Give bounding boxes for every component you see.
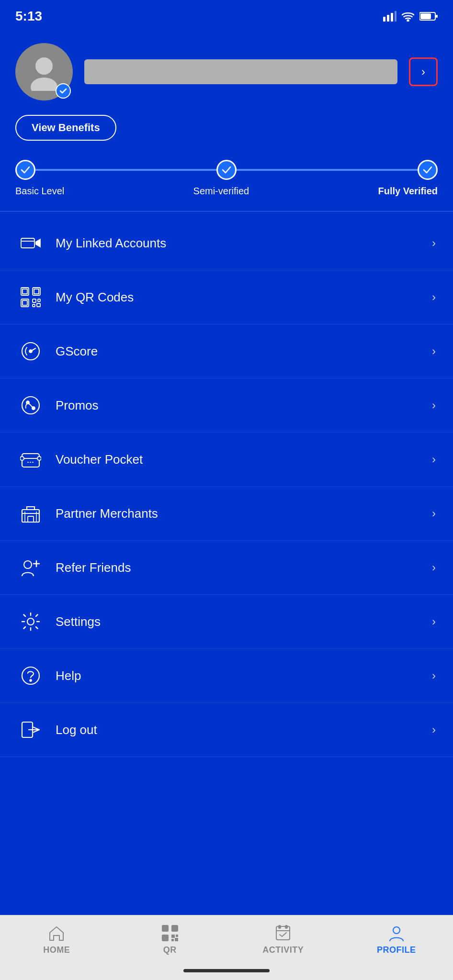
avatar-wrapper [15,43,73,100]
refer-svg [20,557,41,578]
progress-steps [15,160,438,180]
status-icons [383,11,438,22]
name-placeholder [84,59,397,84]
svg-rect-45 [163,926,167,930]
step-full [418,160,438,180]
promos-label: Promos [56,398,432,413]
help-chevron: › [432,669,436,682]
menu-item-qr-codes[interactable]: My QR Codes › [0,270,453,324]
gscore-label: GScore [56,344,432,359]
nav-qr[interactable]: QR [113,924,227,955]
profile-header: › [0,29,453,110]
checkmark-icon [59,87,68,95]
menu-item-gscore[interactable]: GScore › [0,324,453,379]
svg-rect-10 [21,238,34,248]
status-bar: 5:13 [0,0,453,29]
qr-codes-label: My QR Codes [56,290,432,305]
svg-point-28 [20,457,24,460]
menu-item-logout[interactable]: Log out › [0,703,453,757]
promos-chevron: › [432,399,436,412]
nav-home[interactable]: HOME [0,924,113,955]
logout-icon [17,716,44,743]
refer-icon [17,554,44,581]
verification-progress: Basic Level Semi-verified Fully Verified [0,150,453,211]
home-indicator [0,961,453,980]
profile-edit-button[interactable]: › [409,57,438,86]
nav-activity-label: ACTIVITY [262,945,304,955]
linked-accounts-chevron: › [432,236,436,250]
bottom-nav: HOME QR ACTIVITY PROF [0,915,453,961]
settings-label: Settings [56,614,432,629]
view-benefits-button[interactable]: View Benefits [15,115,116,141]
settings-chevron: › [432,615,436,628]
status-time: 5:13 [15,9,42,24]
benefits-section: View Benefits [0,110,453,150]
svg-rect-1 [387,15,389,22]
nav-activity[interactable]: ACTIVITY [226,924,340,955]
menu-item-promos[interactable]: Promos › [0,379,453,433]
menu-item-help[interactable]: Help › [0,649,453,703]
svg-rect-0 [383,17,385,22]
qr-codes-icon [17,284,44,311]
verified-badge [56,83,71,99]
svg-point-9 [31,78,57,91]
svg-rect-47 [173,926,177,930]
promos-svg [20,395,41,416]
merchants-chevron: › [432,507,436,520]
linked-accounts-svg [20,233,41,254]
logout-chevron: › [432,723,436,736]
nav-profile[interactable]: PROFILE [340,924,453,955]
battery-icon [419,11,438,21]
merchants-label: Partner Merchants [56,506,432,521]
svg-rect-19 [38,299,40,301]
svg-rect-33 [28,516,34,522]
gscore-chevron: › [432,345,436,358]
svg-rect-7 [420,13,431,19]
svg-rect-13 [23,289,27,294]
svg-rect-51 [176,935,178,936]
voucher-svg [20,449,41,470]
svg-rect-55 [279,925,281,928]
nav-home-label: HOME [43,945,70,955]
logout-svg [20,719,41,740]
menu-item-linked-accounts[interactable]: My Linked Accounts › [0,216,453,270]
refer-chevron: › [432,561,436,574]
home-bar [183,969,270,972]
svg-rect-15 [34,289,39,294]
svg-rect-21 [37,303,40,307]
nav-qr-icon [161,924,179,942]
svg-rect-3 [395,11,396,22]
svg-rect-53 [175,938,178,941]
profile-nav-icon [387,924,406,942]
svg-point-4 [408,20,409,22]
logout-label: Log out [56,723,432,737]
linked-accounts-label: My Linked Accounts [56,236,432,251]
menu-item-voucher[interactable]: Voucher Pocket › [0,433,453,487]
svg-rect-17 [23,301,27,305]
settings-svg [20,611,41,632]
signal-icon [383,11,396,22]
svg-rect-52 [172,939,173,941]
check-icon-basic [20,165,31,175]
label-full: Fully Verified [378,186,438,197]
menu-item-merchants[interactable]: Partner Merchants › [0,487,453,541]
svg-point-39 [27,618,34,625]
svg-point-23 [29,350,32,353]
menu-list: My Linked Accounts › My QR Cod [0,212,453,762]
svg-rect-27 [22,454,39,467]
qr-codes-svg [20,287,41,308]
menu-item-refer[interactable]: Refer Friends › [0,541,453,595]
qr-codes-chevron: › [432,290,436,304]
voucher-label: Voucher Pocket [56,452,432,467]
gscore-icon [17,338,44,365]
voucher-icon [17,446,44,473]
svg-point-29 [37,457,41,460]
nav-qr-label: QR [163,945,177,955]
promos-icon [17,392,44,419]
help-svg [20,665,41,686]
svg-point-41 [30,679,32,681]
refer-label: Refer Friends [56,560,432,575]
menu-item-settings[interactable]: Settings › [0,595,453,649]
help-label: Help [56,668,432,683]
svg-point-36 [24,561,32,568]
